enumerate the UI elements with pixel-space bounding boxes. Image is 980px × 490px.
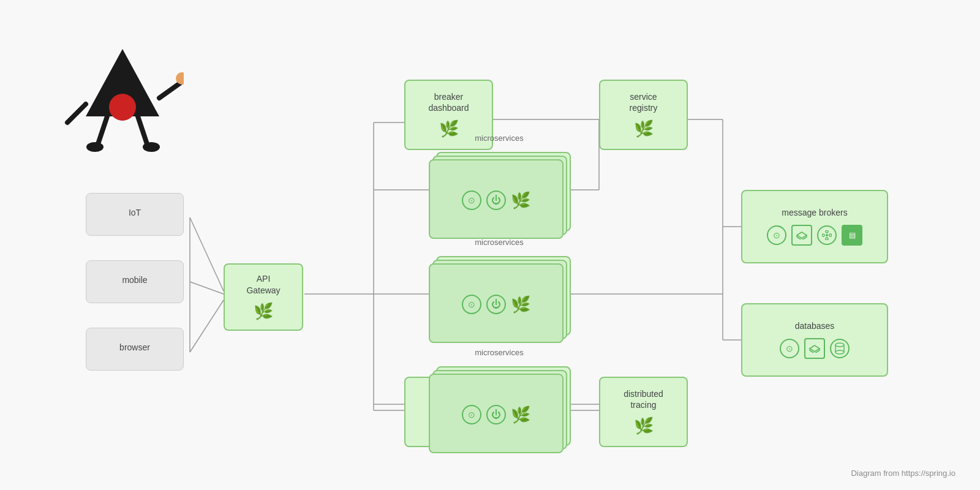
svg-line-25 — [159, 83, 181, 98]
tracing-leaf-icon: 🌿 — [634, 417, 654, 435]
diagram-container: IoT mobile browser API Gateway 🌿 breaker… — [0, 0, 980, 490]
svg-point-36 — [822, 234, 824, 236]
message-brokers-icons: ⊙ ▤ — [767, 225, 862, 246]
svg-point-33 — [826, 234, 828, 236]
ms-bot-icons: ⊙ ⏻ 🌿 — [462, 405, 530, 424]
databases-icons: ⊙ — [780, 338, 850, 359]
ms-top-label: microservices — [429, 134, 570, 143]
svg-point-40 — [835, 343, 844, 347]
microservices-top-stack: ⊙ ⏻ 🌿 microservices — [429, 152, 570, 238]
mascot — [61, 37, 184, 159]
distributed-tracing-icons: 🌿 — [634, 417, 654, 435]
attribution: Diagram from https://spring.io — [851, 469, 956, 478]
mb-atom-icon: ⊙ — [767, 225, 786, 245]
db-cylinder-icon — [830, 339, 850, 358]
iot-label: IoT — [129, 207, 141, 218]
ms-bot-power-icon: ⏻ — [486, 405, 506, 424]
ms-mid-atom-icon: ⊙ — [462, 295, 481, 314]
db-redis-icon — [804, 338, 825, 359]
db-atom-icon: ⊙ — [780, 339, 799, 358]
api-gateway-box: API Gateway 🌿 — [224, 263, 303, 331]
svg-point-37 — [829, 234, 832, 236]
ms-top-leaf-icon: 🌿 — [511, 191, 530, 210]
svg-point-43 — [835, 350, 844, 354]
message-brokers-label: message brokers — [782, 208, 847, 217]
svg-point-23 — [109, 94, 136, 121]
svg-line-2 — [190, 300, 224, 352]
svg-line-27 — [98, 116, 107, 144]
ms-mid-label: microservices — [429, 238, 570, 247]
mb-kafka-icon — [817, 225, 837, 245]
svg-line-28 — [138, 116, 147, 144]
api-gateway-label: API Gateway — [246, 273, 280, 295]
api-gateway-leaf-icon: 🌿 — [254, 302, 273, 321]
ms-bot-leaf-icon: 🌿 — [511, 405, 530, 424]
browser-box: browser — [86, 328, 184, 371]
svg-point-30 — [143, 142, 160, 152]
service-registry-label: service registry — [630, 91, 658, 113]
svg-point-29 — [86, 142, 104, 152]
ms-bot-atom-icon: ⊙ — [462, 405, 481, 424]
ms-mid-leaf-icon: 🌿 — [511, 295, 530, 314]
mb-redis-icon — [791, 225, 812, 246]
service-registry-leaf-icon: 🌿 — [634, 119, 654, 138]
breaker-dashboard-label: breaker dashboard — [428, 91, 469, 113]
svg-line-24 — [67, 104, 86, 123]
mobile-label: mobile — [122, 274, 147, 285]
databases-label: databases — [795, 321, 835, 331]
ms-mid-power-icon: ⏻ — [486, 295, 506, 314]
api-gateway-icons: 🌿 — [254, 302, 273, 321]
ms-bot-label: microservices — [429, 348, 570, 357]
message-brokers-box: message brokers ⊙ ▤ — [741, 190, 888, 263]
ms-top-atom-icon: ⊙ — [462, 190, 481, 210]
ms-top-power-icon: ⏻ — [486, 190, 506, 210]
distributed-tracing-box: distributed tracing 🌿 — [599, 377, 688, 447]
microservices-mid-stack: ⊙ ⏻ 🌿 microservices — [429, 256, 570, 342]
microservices-bot-stack: ⊙ ⏻ 🌿 microservices — [429, 366, 570, 452]
mobile-box: mobile — [86, 260, 184, 303]
ms-top-icons: ⊙ ⏻ 🌿 — [462, 190, 530, 210]
mb-rabbit-icon: ▤ — [842, 225, 862, 246]
browser-label: browser — [119, 342, 150, 353]
svg-point-35 — [826, 238, 828, 240]
ms-mid-icons: ⊙ ⏻ 🌿 — [462, 295, 530, 314]
distributed-tracing-label: distributed tracing — [624, 388, 663, 410]
svg-line-0 — [190, 217, 224, 291]
svg-line-1 — [190, 282, 224, 294]
svg-point-34 — [826, 230, 828, 233]
service-registry-icons: 🌿 — [634, 119, 654, 138]
databases-box: databases ⊙ — [741, 303, 888, 377]
service-registry-box: service registry 🌿 — [599, 80, 688, 150]
iot-box: IoT — [86, 193, 184, 236]
